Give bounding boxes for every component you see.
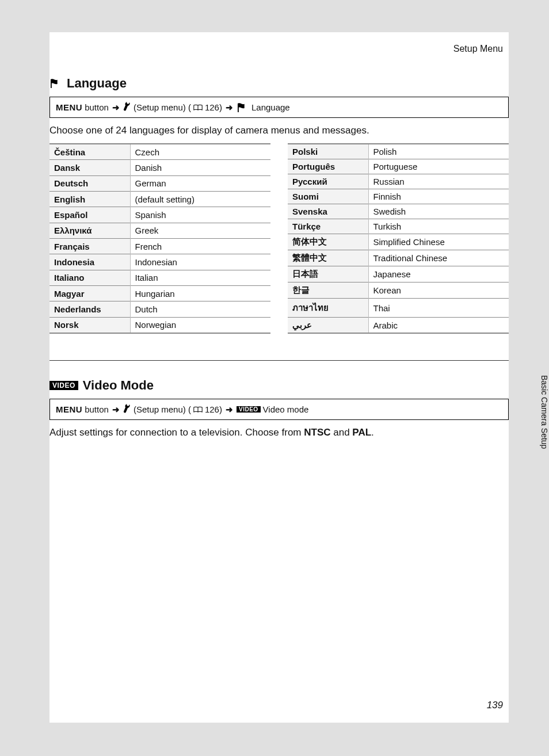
language-english: Portuguese <box>368 159 509 174</box>
sidebar-tab: Basic Camera Setup <box>533 322 549 495</box>
language-native: Deutsch <box>49 175 130 191</box>
language-english: Spanish <box>130 207 270 223</box>
language-english: Thai <box>368 299 509 318</box>
table-row: DanskDanish <box>49 160 270 175</box>
language-native: Dansk <box>49 160 130 175</box>
arrow-icon: ➜ <box>112 102 120 113</box>
language-native: ภาษาไทย <box>288 299 368 318</box>
language-english: Norwegian <box>130 317 270 333</box>
table-row: ItalianoItalian <box>49 270 270 285</box>
wrench-icon <box>123 404 131 415</box>
language-native: Suomi <box>288 189 368 204</box>
language-title-text: Language <box>67 76 127 91</box>
language-native: 简体中文 <box>288 234 368 250</box>
language-english: Japanese <box>368 266 509 282</box>
video-option-pal: PAL <box>352 427 371 438</box>
language-english: Turkish <box>368 219 509 234</box>
setup-menu-text: (Setup menu) ( <box>134 404 191 414</box>
table-row: عربيArabic <box>288 318 509 334</box>
language-english: Arabic <box>368 318 509 334</box>
arrow-icon: ➜ <box>112 404 120 415</box>
language-native: English <box>49 192 130 207</box>
language-native: Italiano <box>49 270 130 285</box>
video-desc-pre: Adjust settings for connection to a tele… <box>49 427 304 438</box>
video-icon: VIDEO <box>49 381 78 390</box>
flag-icon <box>49 78 62 89</box>
language-native: Svenska <box>288 204 368 219</box>
language-native: Português <box>288 159 368 174</box>
language-native: 한글 <box>288 282 368 299</box>
table-row: 繁體中文Traditional Chinese <box>288 250 509 266</box>
table-row: 简体中文Simplified Chinese <box>288 234 509 250</box>
language-table-left: ČeštinaCzechDanskDanishDeutschGermanEngl… <box>49 143 270 334</box>
video-desc-and: and <box>331 427 353 438</box>
language-english: French <box>130 238 270 254</box>
language-english: Czech <box>130 144 270 160</box>
table-row: PortuguêsPortuguese <box>288 159 509 174</box>
language-native: Polski <box>288 144 368 159</box>
language-native: Ελληνικά <box>49 223 130 238</box>
language-native: Русский <box>288 174 368 189</box>
language-english: Polish <box>368 144 509 159</box>
language-table-right: PolskiPolishPortuguêsPortugueseРусскийRu… <box>288 143 509 334</box>
table-row: FrançaisFrench <box>49 238 270 254</box>
table-row: EspañolSpanish <box>49 207 270 223</box>
header-section-label: Setup Menu <box>49 32 509 59</box>
breadcrumb-end: Language <box>251 102 290 112</box>
language-english: (default setting) <box>130 192 270 207</box>
language-english: Russian <box>368 174 509 189</box>
table-row: SvenskaSwedish <box>288 204 509 219</box>
language-native: Nederlands <box>49 301 130 317</box>
table-row: English(default setting) <box>49 192 270 207</box>
button-word: button <box>85 404 109 414</box>
language-breadcrumb: MENU button ➜ (Setup menu) ( 126) ➜ Lang… <box>49 97 509 118</box>
video-breadcrumb: MENU button ➜ (Setup menu) ( 126) ➜ VIDE… <box>49 399 509 420</box>
video-option-ntsc: NTSC <box>304 427 330 438</box>
language-english: Traditional Chinese <box>368 250 509 266</box>
manual-page: Setup Menu Language MENU button ➜ (Setup… <box>49 32 509 723</box>
breadcrumb-end: Video mode <box>263 404 309 414</box>
table-row: TürkçeTurkish <box>288 219 509 234</box>
table-row: 한글Korean <box>288 282 509 299</box>
language-native: Indonesia <box>49 254 130 270</box>
language-english: Hungarian <box>130 285 270 301</box>
language-english: German <box>130 175 270 191</box>
menu-label: MENU <box>56 102 82 112</box>
table-row: NederlandsDutch <box>49 301 270 317</box>
table-row: IndonesiaIndonesian <box>49 254 270 270</box>
page-number: 139 <box>487 700 503 711</box>
wrench-icon <box>123 102 131 113</box>
language-native: عربي <box>288 318 368 334</box>
language-native: Norsk <box>49 317 130 333</box>
language-english: Indonesian <box>130 254 270 270</box>
section-divider <box>49 360 509 361</box>
language-english: Finnish <box>368 189 509 204</box>
language-native: Čeština <box>49 144 130 160</box>
language-english: Dutch <box>130 301 270 317</box>
table-row: ČeštinaCzech <box>49 144 270 160</box>
language-english: Danish <box>130 160 270 175</box>
language-english: Simplified Chinese <box>368 234 509 250</box>
language-english: Korean <box>368 282 509 299</box>
language-description: Choose one of 24 languages for display o… <box>49 125 509 136</box>
language-tables: ČeštinaCzechDanskDanishDeutschGermanEngl… <box>49 143 509 334</box>
table-row: SuomiFinnish <box>288 189 509 204</box>
table-row: DeutschGerman <box>49 175 270 191</box>
video-section-title: VIDEO Video Mode <box>49 378 509 393</box>
language-english: Swedish <box>368 204 509 219</box>
button-word: button <box>85 102 109 112</box>
page-ref: 126) <box>205 404 222 414</box>
language-native: Magyar <box>49 285 130 301</box>
language-native: Français <box>49 238 130 254</box>
video-description: Adjust settings for connection to a tele… <box>49 427 509 438</box>
language-english: Italian <box>130 270 270 285</box>
language-native: Español <box>49 207 130 223</box>
language-native: 日本語 <box>288 266 368 282</box>
table-row: ภาษาไทยThai <box>288 299 509 318</box>
page-ref: 126) <box>205 102 222 112</box>
setup-menu-text: (Setup menu) ( <box>134 102 191 112</box>
language-section-title: Language <box>49 76 509 91</box>
flag-icon <box>237 102 249 113</box>
video-icon: VIDEO <box>237 406 261 413</box>
table-row: 日本語Japanese <box>288 266 509 282</box>
